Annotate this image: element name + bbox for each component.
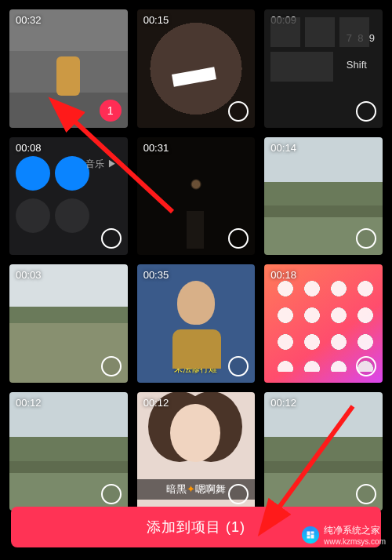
video-thumb[interactable]: 00:32 1	[9, 9, 128, 128]
video-thumb[interactable]: 00:31	[137, 137, 256, 256]
video-thumb[interactable]: 00:03	[9, 264, 128, 383]
video-thumb[interactable]: 00:12 暗黑✦嗯啊舞	[137, 392, 256, 511]
select-circle-icon[interactable]	[356, 228, 376, 249]
video-thumb[interactable]: 00:14	[264, 137, 383, 256]
select-circle-icon[interactable]	[101, 228, 122, 249]
duration-label: 00:12	[16, 397, 42, 409]
select-circle-icon[interactable]	[356, 356, 376, 376]
select-circle-icon[interactable]	[101, 484, 122, 504]
video-thumb[interactable]: 00:35 末法修行难	[137, 264, 256, 383]
select-circle-icon[interactable]	[228, 484, 249, 504]
duration-label: 00:08	[16, 142, 42, 154]
duration-label: 00:12	[270, 397, 296, 409]
duration-label: 00:32	[16, 14, 42, 26]
select-circle-icon[interactable]	[228, 228, 249, 249]
duration-label: 00:12	[143, 397, 169, 409]
select-circle-icon[interactable]	[356, 484, 376, 504]
select-circle-icon[interactable]	[228, 101, 249, 122]
video-thumb[interactable]: 00:09	[264, 9, 383, 128]
add-to-project-button[interactable]: 添加到项目 (1)	[11, 507, 381, 547]
duration-label: 00:18	[270, 269, 296, 281]
video-thumb[interactable]: 00:18	[264, 264, 383, 383]
duration-label: 00:14	[270, 142, 296, 154]
video-thumb[interactable]: 00:12	[264, 392, 383, 511]
duration-label: 00:31	[143, 142, 169, 154]
video-thumb[interactable]: 00:12	[9, 392, 128, 511]
duration-label: 00:03	[16, 269, 42, 281]
duration-label: 00:09	[270, 14, 296, 26]
video-grid: 00:32 1 00:15 00:09 00:08 00:31 00:14 00…	[0, 0, 392, 511]
select-circle-icon[interactable]	[356, 101, 376, 122]
video-thumb[interactable]: 00:08	[9, 137, 128, 256]
selection-badge[interactable]: 1	[100, 100, 122, 122]
duration-label: 00:35	[143, 269, 169, 281]
video-thumb[interactable]: 00:15	[137, 9, 256, 128]
duration-label: 00:15	[143, 14, 169, 26]
select-circle-icon[interactable]	[101, 356, 122, 376]
